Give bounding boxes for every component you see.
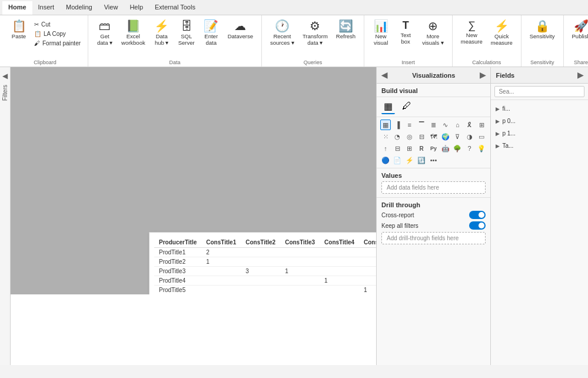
cell-r0-c4: [320, 248, 359, 257]
cross-report-toggle[interactable]: [469, 211, 486, 219]
cell-r4-c0: ProdTitle5: [154, 286, 201, 295]
enter-data-label: Enterdata: [204, 33, 218, 47]
expand-fields-icon[interactable]: ▶: [577, 71, 583, 79]
viz-icon-gauge[interactable]: ◑: [464, 131, 475, 142]
viz-icon-line[interactable]: ∿: [440, 120, 451, 130]
tab-help[interactable]: Help: [124, 1, 149, 15]
new-measure-button[interactable]: ∑ Newmeasure: [457, 18, 486, 48]
collapse-viz-icon[interactable]: ◀: [381, 71, 387, 79]
enter-data-button[interactable]: 📝 Enterdata: [200, 18, 223, 49]
excel-icon: 📗: [126, 20, 141, 32]
refresh-icon: 🔄: [338, 20, 353, 32]
excel-workbook-button[interactable]: 📗 Excelworkbook: [118, 18, 149, 49]
publish-button[interactable]: 🚀 Publish: [569, 18, 588, 42]
refresh-button[interactable]: 🔄 Refresh: [333, 18, 359, 42]
collapse-filter-icon[interactable]: ◀: [2, 72, 8, 80]
dataverse-button[interactable]: ☁ Dataverse: [224, 18, 257, 42]
viz-icon-smart[interactable]: 💡: [476, 143, 487, 154]
data-hub-icon: ⚡: [154, 20, 169, 32]
format-painter-button[interactable]: 🖌 Format painter: [32, 39, 83, 48]
viz-icon-stacked-bar[interactable]: ≡: [404, 120, 415, 130]
text-box-button[interactable]: T Textbox: [394, 18, 417, 48]
ribbon: 📋 Paste ✂ Cut 📋 LA Copy 🖌 Format painter: [0, 15, 588, 67]
viz-icon-area[interactable]: ⌂: [452, 120, 463, 130]
sql-server-button[interactable]: 🗄 SQLServer: [175, 18, 198, 49]
tab-insert[interactable]: Insert: [32, 1, 61, 15]
values-drop-area[interactable]: Add data fields here: [381, 181, 486, 194]
data-hub-label: Datahub ▾: [155, 33, 169, 47]
viz-icon-kpi[interactable]: ↑: [380, 143, 391, 154]
viz-icon-ribbon[interactable]: 🎗: [464, 120, 475, 130]
build-tab-chart[interactable]: ▦: [381, 100, 395, 114]
sensitivity-label: Sensitivity: [530, 33, 555, 39]
cell-r3-c2: [241, 276, 280, 286]
viz-icon-card[interactable]: ▭: [476, 131, 487, 142]
table-visual[interactable]: ProducerTitle ConsTitle1 ConsTitle2 Cons…: [149, 232, 376, 300]
data-hub-button[interactable]: ⚡ Datahub ▾: [150, 18, 174, 49]
sensitivity-button[interactable]: 🔒 Sensitivity: [526, 18, 559, 42]
col-header-cons3: ConsTitle3: [280, 237, 320, 248]
viz-icon-table[interactable]: ▦: [380, 120, 391, 130]
table-row: ProdTitle51: [154, 286, 376, 295]
fields-group-2-header[interactable]: ▶ p 0...: [491, 116, 588, 126]
viz-icon-paginated[interactable]: 📄: [392, 155, 403, 165]
cell-r3-c4: 1: [320, 276, 359, 286]
build-tab-format[interactable]: 🖊: [400, 100, 414, 114]
page-area: [11, 294, 376, 365]
copy-button[interactable]: 📋 LA Copy: [32, 29, 83, 38]
transform-data-button[interactable]: ⚙ Transformdata ▾: [299, 18, 331, 49]
fields-group-3-header[interactable]: ▶ p 1...: [491, 128, 588, 138]
paste-button[interactable]: 📋 Paste: [7, 18, 31, 42]
get-data-button[interactable]: 🗃 Getdata ▾: [93, 18, 117, 49]
viz-icon-qna[interactable]: ?: [464, 143, 475, 154]
viz-icon-arc[interactable]: 🔵: [380, 155, 391, 165]
viz-icon-stacked-col[interactable]: ≣: [428, 120, 439, 130]
new-visual-icon: 📊: [374, 20, 388, 32]
tab-view[interactable]: View: [98, 1, 124, 15]
cut-button[interactable]: ✂ Cut: [32, 20, 83, 29]
tab-external-tools[interactable]: External Tools: [149, 1, 201, 15]
viz-icon-r[interactable]: R: [416, 143, 427, 154]
fields-group-4-header[interactable]: ▶ Ta...: [491, 141, 588, 151]
get-data-label: Getdata ▾: [97, 33, 112, 47]
fields-search-input[interactable]: [494, 86, 584, 97]
drill-add-area[interactable]: Add drill-through fields here: [381, 232, 486, 244]
viz-icon-filled-map[interactable]: 🌍: [440, 131, 451, 142]
viz-icon-decomp[interactable]: 🌳: [452, 143, 463, 154]
queries-section-label: Queries: [267, 58, 359, 67]
viz-panel-header: ◀ Visualizations ▶: [377, 67, 490, 84]
recent-sources-button[interactable]: 🕐 Recentsources ▾: [267, 18, 298, 49]
tab-modeling[interactable]: Modeling: [60, 1, 98, 15]
chart-tab-icon: ▦: [384, 101, 393, 111]
expand-viz-icon[interactable]: ▶: [480, 71, 486, 79]
viz-icon-column[interactable]: ▔: [416, 120, 427, 130]
keep-filters-toggle[interactable]: [469, 221, 486, 230]
viz-icon-automate[interactable]: 🔃: [416, 155, 427, 165]
fields-group-4-label: Ta...: [502, 142, 513, 149]
viz-icon-ai[interactable]: 🤖: [440, 143, 451, 154]
viz-icon-funnel[interactable]: ⊽: [452, 131, 463, 142]
app-body: ◀ Filters ProducerTitle ConsTitle1 ConsT…: [0, 67, 588, 365]
viz-icon-donut[interactable]: ◎: [404, 131, 415, 142]
viz-icon-pie[interactable]: ◔: [392, 131, 403, 142]
viz-panel-title: Visualizations: [412, 72, 455, 79]
viz-icon-py[interactable]: Py: [428, 143, 439, 154]
viz-icon-treemap[interactable]: ⊟: [416, 131, 427, 142]
viz-icon-matrix[interactable]: ⊞: [404, 143, 415, 154]
col-header-cons2: ConsTitle2: [241, 237, 280, 248]
new-visual-button[interactable]: 📊 Newvisual: [369, 18, 393, 49]
refresh-label: Refresh: [336, 33, 356, 39]
viz-icon-map[interactable]: 🗺: [428, 131, 439, 142]
viz-icon-waterfall[interactable]: ⊞: [476, 120, 487, 130]
viz-icon-scatter[interactable]: ⁙: [380, 131, 391, 142]
viz-icon-bar[interactable]: ▐: [392, 120, 403, 130]
fields-group-1-header[interactable]: ▶ fi...: [491, 104, 588, 114]
more-visuals-button[interactable]: ⊕ Morevisuals ▾: [418, 18, 447, 49]
cell-r2-c5: [359, 267, 376, 276]
viz-icon-slicer[interactable]: ⊟: [392, 143, 403, 154]
quick-measure-button[interactable]: ⚡ Quickmeasure: [487, 18, 516, 49]
viz-icon-power[interactable]: ⚡: [404, 155, 415, 165]
tab-home[interactable]: Home: [2, 1, 32, 15]
viz-icon-more[interactable]: •••: [428, 155, 439, 165]
main-canvas[interactable]: ProducerTitle ConsTitle1 ConsTitle2 Cons…: [11, 67, 376, 365]
